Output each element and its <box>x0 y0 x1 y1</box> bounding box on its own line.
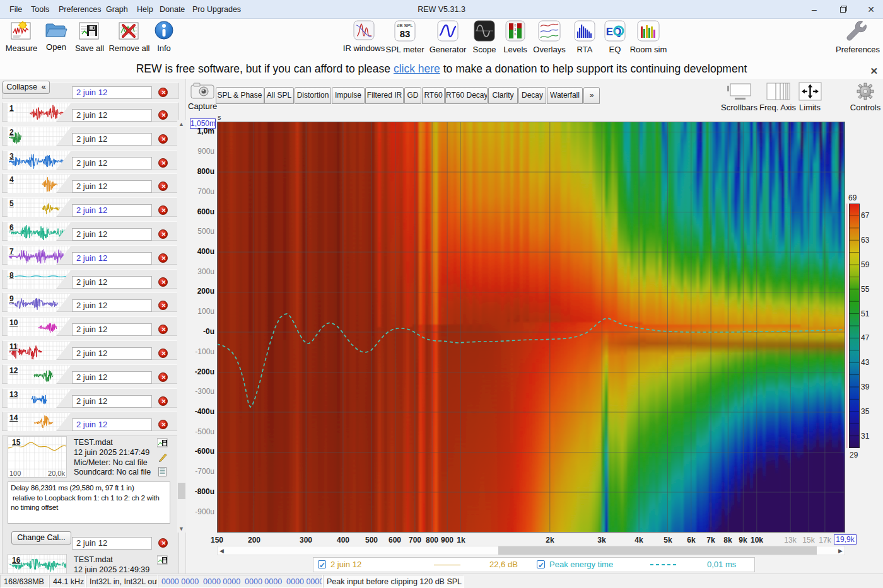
svg-text:6: 6 <box>515 32 517 36</box>
svg-text:0: 0 <box>515 23 517 27</box>
svg-text:3: 3 <box>515 28 517 32</box>
svg-text:83: 83 <box>400 28 411 39</box>
svg-text:dB SPL: dB SPL <box>397 23 412 28</box>
